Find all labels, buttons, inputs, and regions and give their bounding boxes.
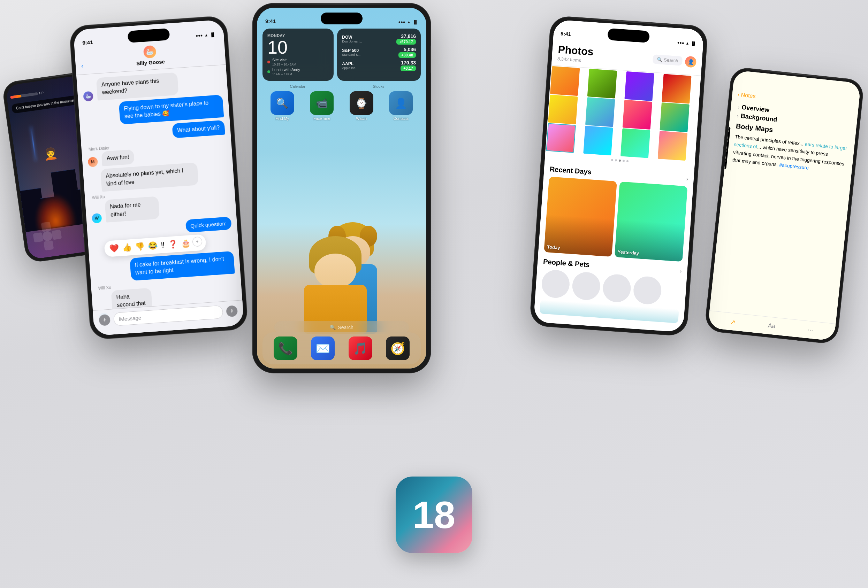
wifi-icon: ▲ (407, 20, 411, 24)
home-phone: 9:41 ●●● ▲ ▐▌ MONDAY 10 Site visit10:15 … (253, 3, 431, 373)
tapback-heart[interactable]: ❤️ (108, 242, 121, 255)
photo-cell[interactable] (658, 131, 688, 161)
tapback-cake[interactable]: 🎂 (179, 237, 192, 250)
stocks-widget[interactable]: DOW Dow Jones I... 37,816 +570.17 S&P 50… (337, 29, 421, 81)
message-bubble: Aww fun! (101, 149, 134, 167)
facetime-app[interactable]: 📹 FaceTime (310, 91, 334, 121)
search-icon: 🔍 (657, 57, 663, 62)
photo-cell[interactable] (583, 126, 613, 155)
widgets-area: MONDAY 10 Site visit10:15 – 10:45AM Lunc… (263, 29, 421, 81)
contacts-label: Contacts (394, 116, 409, 121)
photo-cell[interactable] (660, 102, 689, 132)
photo-cell[interactable] (546, 123, 576, 153)
body-maps-title: Body Maps (735, 122, 773, 133)
ios18-version-number: 18 (413, 496, 455, 534)
contacts-app[interactable]: 👤 Contacts (389, 91, 413, 121)
tapback-add[interactable]: + (192, 237, 202, 247)
message-bubble: Absolutely no plans yet, which I kind of… (100, 163, 199, 192)
notes-format-icon[interactable]: Aa (768, 322, 776, 330)
photo-cell[interactable] (585, 97, 615, 127)
hashtag-link[interactable]: #acupressure (779, 162, 809, 171)
photos-search-button[interactable]: 🔍 Search (652, 55, 682, 66)
message-bubble: Quick question: (185, 217, 232, 233)
phone-app[interactable]: 📞 (274, 336, 297, 360)
messages-list: 🦢 Anyone have plans this weekend? Flying… (76, 65, 243, 322)
expand-chevron-icon: › (738, 104, 740, 110)
dpad[interactable] (32, 221, 63, 252)
notes-toolbar: ↗ Aa ··· (708, 310, 836, 341)
page-dot (611, 159, 613, 161)
battery-icon: ▐▌ (691, 41, 696, 46)
home-dynamic-island (321, 13, 363, 24)
yesterday-card[interactable]: Yesterday (614, 181, 688, 262)
recent-days-section: Recent Days › Today Yesterday (538, 159, 694, 268)
add-attachment-button[interactable]: + (99, 314, 111, 326)
photo-cell[interactable] (550, 66, 580, 96)
highlighted-text: ears relate to larger sections of (734, 141, 847, 151)
wifi-icon: ▲ (685, 41, 689, 45)
tapback-question[interactable]: ❓ (166, 238, 179, 251)
app-icons-row: 🔍 Find My 📹 FaceTime ⌚ Watch (263, 91, 421, 121)
page-dot (615, 159, 617, 161)
stock-item-aapl: AAPL Apple Inc. 170.33 +3.17 (342, 60, 416, 71)
notes-content: › Overview › Background Body Maps The ce… (725, 100, 858, 180)
stock-item-sp500: S&P 500 Standard &... 5,036 +80.48 (342, 47, 416, 58)
message-input[interactable]: iMessage (113, 305, 223, 326)
photo-cell[interactable] (588, 69, 617, 98)
notes-share-icon[interactable]: ↗ (730, 318, 736, 326)
photo-cell[interactable] (623, 100, 652, 130)
stocks-widget-label: Stocks (337, 84, 421, 88)
tapback-exclaim[interactable]: ‼️ (159, 239, 166, 251)
page-dot (623, 160, 625, 162)
message-bubble: What about y'all? (172, 120, 225, 138)
watch-icon: ⌚ (350, 91, 373, 115)
watch-app[interactable]: ⌚ Watch (350, 91, 373, 121)
photo-cell[interactable] (624, 71, 654, 101)
calendar-day: MONDAY (267, 34, 329, 38)
contact-avatar: 🦢 (143, 45, 156, 59)
watch-label: Watch (356, 116, 367, 121)
message-bubble: Nada for me either! (105, 196, 159, 222)
compass-app[interactable]: 🧭 (386, 336, 410, 360)
calendar-widget[interactable]: MONDAY 10 Site visit10:15 – 10:45AM Lunc… (263, 29, 334, 81)
avatar: M (87, 157, 98, 167)
calendar-event: Site visit10:15 – 10:45AM (267, 58, 329, 66)
find-my-icon: 🔍 (270, 91, 294, 115)
tapback-laugh[interactable]: 😂 (146, 239, 159, 252)
battery-icon: ▐▌ (412, 20, 418, 24)
home-dock: 📞 ✉️ 🎵 🧭 (263, 332, 421, 364)
tapback-thumbsup[interactable]: 👍 (121, 242, 133, 254)
find-my-app[interactable]: 🔍 Find My (270, 91, 294, 121)
home-search-bar[interactable]: 🔍 Search (275, 321, 409, 334)
photos-profile-avatar[interactable]: 👤 (685, 56, 697, 68)
photos-screen: 9:41 ●●● ▲ ▐▌ Photos 8,342 Items (533, 19, 704, 332)
signal-icon: ●●● (677, 40, 684, 45)
calendar-event: Lunch with Andy11AM – 12PM (267, 68, 329, 76)
search-label: Search (338, 325, 353, 330)
facetime-label: FaceTime (313, 116, 331, 121)
voice-message-button[interactable]: 🎙 (226, 305, 238, 317)
wifi-icon: ▲ (204, 33, 208, 37)
back-button[interactable]: ‹ (81, 62, 83, 69)
avatar: 🦢 (83, 91, 93, 102)
mail-app[interactable]: ✉️ (311, 336, 335, 360)
person-card[interactable] (633, 276, 662, 305)
tapback-thumbsdown[interactable]: 👎 (133, 240, 146, 253)
stock-item-dow: DOW Dow Jones I... 37,816 +570.17 (342, 34, 416, 44)
photo-cell[interactable] (620, 128, 650, 158)
page-dot-active (619, 159, 621, 162)
message-sender: Will Xu (97, 285, 111, 291)
notes-more-icon[interactable]: ··· (807, 326, 813, 334)
today-card[interactable]: Today (544, 177, 617, 257)
today-label: Today (547, 244, 560, 251)
person-card[interactable] (602, 273, 632, 303)
photo-cell[interactable] (661, 74, 691, 103)
event-dot-icon (267, 70, 270, 73)
event-dot-icon (267, 60, 270, 63)
music-app[interactable]: 🎵 (348, 336, 372, 360)
notes-phone: ‹ Notes › Overview › Background Body Map… (704, 67, 864, 344)
person-card[interactable] (541, 269, 570, 299)
message-bubble: Flying down to my sister's place to see … (118, 94, 224, 124)
photo-cell[interactable] (548, 95, 578, 124)
person-card[interactable] (571, 271, 601, 301)
